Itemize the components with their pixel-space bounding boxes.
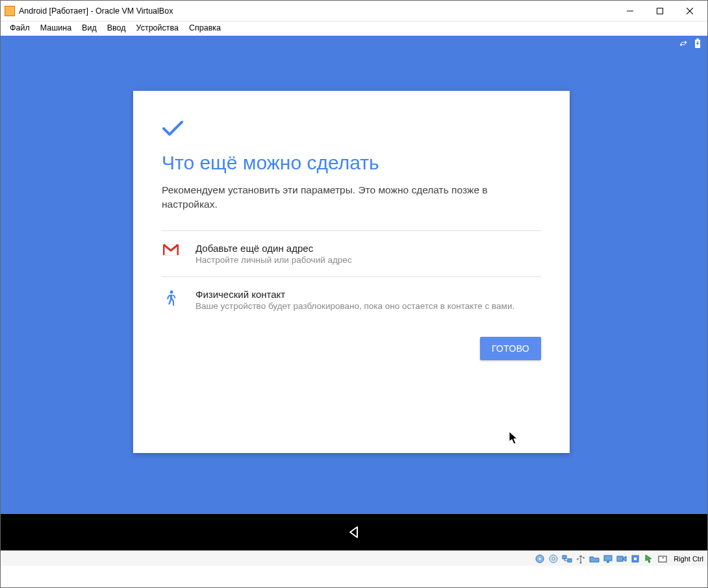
option-desc: Ваше устройство будет разблокировано, по… — [196, 301, 541, 311]
svg-rect-17 — [617, 556, 623, 561]
option-add-email[interactable]: Добавьте ещё один адрес Настройте личный… — [162, 230, 541, 276]
vm-display[interactable]: Что ещё можно сделать Рекомендуем устано… — [1, 36, 707, 550]
done-button[interactable]: ГОТОВО — [480, 337, 541, 360]
virtualbox-app-icon — [5, 6, 15, 16]
checkmark-icon — [162, 119, 541, 140]
svg-rect-19 — [634, 557, 637, 560]
display-icon[interactable] — [603, 554, 613, 564]
walking-icon — [162, 289, 180, 307]
optical-icon[interactable] — [548, 554, 559, 564]
android-navigation-bar — [1, 514, 707, 550]
menu-input[interactable]: Ввод — [102, 22, 131, 34]
minimize-button[interactable] — [615, 1, 645, 21]
svg-rect-13 — [568, 559, 572, 562]
svg-point-11 — [552, 557, 555, 560]
svg-point-14 — [580, 561, 582, 563]
setup-card: Что ещё можно сделать Рекомендуем устано… — [133, 91, 570, 453]
shared-folders-icon[interactable] — [589, 554, 600, 564]
virtualbox-statusbar: Right Ctrl — [1, 550, 707, 566]
sync-icon — [679, 39, 688, 48]
host-key-label: Right Ctrl — [674, 555, 703, 563]
keyboard-capture-icon[interactable] — [657, 554, 668, 564]
svg-point-9 — [539, 557, 541, 559]
svg-point-7 — [170, 290, 173, 293]
close-button[interactable] — [675, 1, 705, 21]
recording-icon[interactable] — [616, 554, 627, 564]
maximize-button[interactable] — [645, 1, 675, 21]
svg-rect-16 — [607, 561, 609, 563]
card-subtitle: Рекомендуем установить эти параметры. Эт… — [162, 183, 499, 212]
window-title: Android [Работает] - Oracle VM VirtualBo… — [19, 6, 173, 16]
menu-devices[interactable]: Устройства — [131, 22, 184, 34]
option-title: Физический контакт — [196, 289, 541, 300]
android-status-bar — [679, 38, 701, 49]
menu-machine[interactable]: Машина — [35, 22, 77, 34]
harddisk-icon[interactable] — [535, 554, 545, 564]
processor-icon[interactable] — [630, 554, 640, 564]
menu-view[interactable]: Вид — [77, 22, 102, 34]
network-icon[interactable] — [562, 554, 572, 564]
gmail-icon — [162, 243, 180, 256]
svg-rect-15 — [604, 556, 612, 561]
menu-file[interactable]: Файл — [5, 22, 35, 34]
option-desc: Настройте личный или рабочий адрес — [196, 255, 541, 265]
svg-rect-5 — [697, 38, 699, 40]
svg-rect-12 — [563, 556, 566, 559]
window-titlebar: Android [Работает] - Oracle VM VirtualBo… — [1, 1, 707, 21]
usb-icon[interactable] — [575, 554, 586, 564]
mouse-integration-icon[interactable] — [644, 554, 654, 564]
menu-help[interactable]: Справка — [184, 22, 226, 34]
battery-icon — [694, 38, 701, 49]
svg-rect-1 — [657, 8, 663, 14]
option-title: Добавьте ещё один адрес — [196, 243, 541, 254]
mouse-cursor-icon — [509, 431, 519, 448]
menubar: Файл Машина Вид Ввод Устройства Справка — [1, 21, 707, 36]
option-onbody-detection[interactable]: Физический контакт Ваше устройство будет… — [162, 276, 541, 323]
back-button[interactable] — [347, 525, 361, 539]
card-title: Что ещё можно сделать — [162, 152, 541, 174]
